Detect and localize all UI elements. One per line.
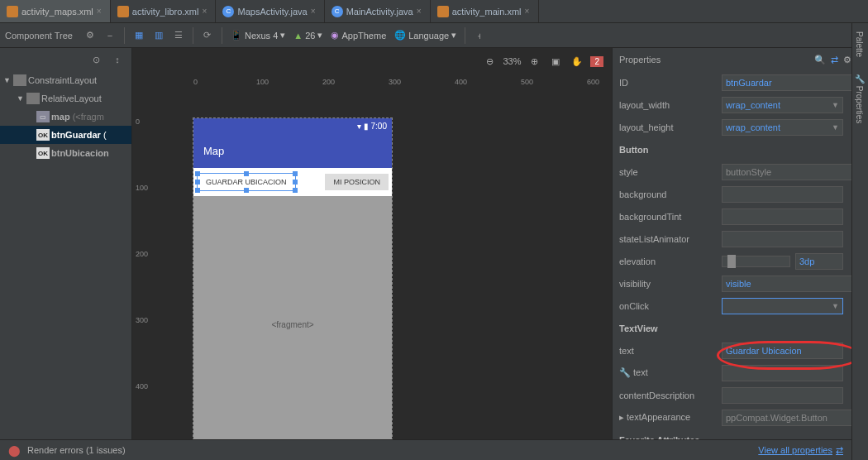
gear-icon[interactable]: ⚙ [81, 26, 99, 45]
id-input[interactable]: btnGuardar [722, 74, 861, 91]
swap-icon[interactable]: ⇄ [831, 55, 838, 65]
visibility-select[interactable]: visible▼ [722, 276, 861, 292]
resize-handle[interactable] [195, 180, 200, 184]
resize-handle[interactable] [244, 188, 249, 193]
slider-thumb[interactable] [727, 255, 736, 268]
style-select[interactable]: buttonStyle▼ [722, 164, 861, 180]
layout-variants-icon[interactable]: ⫞ [470, 26, 489, 45]
filter-icon[interactable]: ⊙ [87, 50, 105, 69]
ruler-tick: 100 [136, 184, 148, 192]
error-icon[interactable]: ⬤ [8, 444, 21, 457]
slider-track[interactable] [722, 256, 790, 267]
palette-tab[interactable]: Palette [852, 23, 866, 65]
tree-btn-ubicacion[interactable]: OK btnUbicacion [0, 144, 131, 162]
text-appearance-select[interactable]: ppCompat.Widget.Button▼ [722, 410, 861, 426]
onclick-select[interactable]: ▼ [722, 298, 843, 314]
blueprint-view-icon[interactable]: ▥ [150, 26, 168, 45]
battery-icon: ▮ [364, 122, 369, 131]
device-label: Nexus 4 [245, 31, 278, 41]
close-icon[interactable]: × [525, 8, 532, 15]
zoom-in-icon[interactable]: ⊕ [526, 53, 542, 69]
tab-label: MapsActivity.java [237, 7, 307, 17]
tab-main-activity[interactable]: C MainActivity.java × [325, 0, 431, 22]
prop-text-appearance: ▸ textAppearance ppCompat.Widget.Button▼ [613, 406, 868, 429]
tree-relativelayout[interactable]: ▼ RelativeLayout [0, 89, 131, 108]
resize-handle[interactable] [244, 171, 249, 176]
status-time: 7:00 [371, 122, 387, 131]
gear-icon[interactable]: ⚙ [843, 55, 851, 65]
tab-maps-activity[interactable]: C MapsActivity.java × [216, 0, 324, 22]
ruler-tick: 0 [193, 78, 198, 86]
tab-activity-libro[interactable]: activity_libro.xml × [111, 0, 217, 22]
chevron-down-icon[interactable]: ▼ [3, 76, 12, 84]
tab-label: activity_maps.xml [21, 7, 93, 17]
ruler-tick: 200 [322, 78, 335, 86]
text-tool-input[interactable] [722, 365, 843, 381]
layout-icon [13, 74, 26, 86]
tree-constraintlayout[interactable]: ▼ ConstraintLayout [0, 71, 131, 89]
zoom-out-icon[interactable]: ⊖ [481, 53, 498, 69]
prop-label: background [619, 189, 717, 199]
chevron-down-icon[interactable]: ▼ [17, 94, 25, 103]
text-input[interactable]: Guardar Ubicacion [722, 343, 843, 359]
design-canvas[interactable]: ⊖ 33% ⊕ ▣ ✋ 2 0 100 200 300 400 500 600 … [132, 48, 612, 439]
prop-label: onClick [619, 301, 717, 311]
tab-activity-main[interactable]: activity_main.xml × [431, 0, 539, 22]
ruler-tick: 300 [389, 78, 401, 86]
close-icon[interactable]: × [202, 8, 208, 15]
vertical-ruler: 0 100 200 300 400 500 [136, 94, 155, 434]
pan-icon[interactable]: ✋ [569, 53, 585, 69]
preview-btn-guardar[interactable]: GUARDAR UBICACION [197, 173, 296, 191]
app-title: Map [203, 145, 224, 157]
fragment-placeholder[interactable]: <fragment> [193, 196, 392, 439]
render-errors-label[interactable]: Render errors (1 issues) [27, 445, 126, 455]
wrench-icon: 🔧 [855, 74, 864, 84]
close-icon[interactable]: × [417, 8, 423, 15]
warning-badge[interactable]: 2 [590, 56, 603, 67]
prop-background: background ··· [613, 183, 868, 205]
chevron-right-icon[interactable]: ▸ [619, 412, 624, 422]
height-select[interactable]: wrap_content▼ [722, 119, 843, 136]
resize-handle[interactable] [195, 171, 200, 176]
background-tint-input[interactable] [722, 208, 843, 225]
properties-title: Properties [619, 55, 661, 65]
xml-file-icon [117, 6, 129, 17]
preview-btn-posicion[interactable]: MI POSICION [325, 174, 389, 190]
orientation-icon[interactable]: ⟳ [198, 26, 217, 45]
properties-tab[interactable]: 🔧 Properties [852, 65, 866, 132]
design-view-icon[interactable]: ▦ [130, 26, 148, 45]
ruler-tick: 200 [136, 250, 148, 258]
zoom-fit-icon[interactable]: ▣ [547, 53, 564, 69]
zoom-level[interactable]: 33% [503, 56, 521, 66]
language-selector[interactable]: 🌐 Language ▾ [391, 30, 460, 41]
minimize-icon[interactable]: − [101, 26, 119, 45]
background-input[interactable] [722, 186, 843, 203]
device-selector[interactable]: 📱 Nexus 4 ▾ [227, 30, 289, 41]
resize-handle[interactable] [195, 188, 200, 193]
close-icon[interactable]: × [97, 8, 103, 15]
tree-map-fragment[interactable]: ▭ map (<fragm [0, 108, 131, 126]
tree-btn-guardar[interactable]: OK btnGuardar ( [0, 126, 131, 144]
elevation-slider[interactable]: 3dp [722, 253, 843, 270]
elevation-value[interactable]: 3dp [795, 253, 843, 270]
button-row: GUARDAR UBICACION MI POSICION [193, 168, 392, 196]
width-select[interactable]: wrap_content▼ [722, 97, 843, 113]
device-preview[interactable]: ▾ ▮ 7:00 Map GUARDAR UBICACION [193, 118, 392, 439]
device-icon: 📱 [231, 30, 242, 41]
tab-activity-maps[interactable]: activity_maps.xml × [0, 0, 111, 22]
resize-handle[interactable] [293, 188, 298, 193]
right-sidebar: Palette 🔧 Properties [851, 23, 868, 460]
resize-handle[interactable] [293, 171, 298, 176]
search-icon[interactable]: 🔍 [814, 55, 826, 65]
resize-handle[interactable] [293, 180, 298, 184]
theme-selector[interactable]: ◉ AppTheme [327, 30, 389, 41]
api-label: 26 [305, 31, 315, 41]
list-view-icon[interactable]: ☰ [169, 26, 188, 45]
content-description-input[interactable] [722, 387, 843, 404]
collapse-icon[interactable]: ↕ [108, 50, 126, 69]
properties-panel: Properties 🔍 ⇄ ⚙ − ID btnGuardar layout_… [612, 48, 868, 439]
animator-input[interactable] [722, 231, 843, 247]
api-selector[interactable]: ▲ 26 ▾ [290, 30, 326, 41]
view-all-properties-link[interactable]: View all properties ⇄ [758, 445, 843, 456]
close-icon[interactable]: × [311, 8, 317, 15]
